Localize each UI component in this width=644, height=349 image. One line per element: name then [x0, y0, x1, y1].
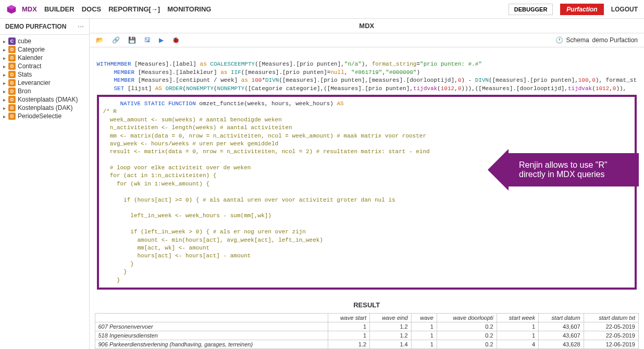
callout: Renjin allows to use "R" directly in MDX… — [488, 149, 639, 191]
sidebar-title: DEMO PURFACTION — [5, 23, 66, 30]
tree-badge: D — [8, 104, 16, 111]
tree-badge: D — [8, 79, 16, 86]
open-icon[interactable]: 📂 — [96, 36, 104, 44]
save-as-icon[interactable]: 🖫 — [144, 36, 151, 44]
tree-label: Categorie — [18, 46, 45, 53]
col-header — [95, 313, 328, 322]
callout-line2: directly in MDX queries — [519, 170, 628, 179]
tree-label: Contract — [18, 63, 41, 70]
col-header: start datum txt — [584, 313, 638, 322]
tree-badge: D — [8, 96, 16, 103]
brand-button[interactable]: Purfaction — [560, 4, 603, 15]
tree-label: Kostenplaats (DMAK) — [18, 96, 78, 103]
callout-line1: Renjin allows to use "R" — [519, 160, 628, 170]
caret-icon: ▸ — [3, 105, 8, 111]
caret-icon: ▸ — [3, 39, 8, 44]
tree-badge: D — [8, 88, 16, 95]
nav-reporting[→][interactable]: REPORTING[→] — [108, 5, 160, 13]
clock-icon: 🕐 — [555, 36, 563, 44]
caret-icon: ▸ — [3, 72, 8, 78]
tree-label: Kostenplaats (DAK) — [18, 104, 72, 111]
tree-badge: D — [8, 63, 16, 70]
tree-badge: D — [8, 113, 16, 120]
tree-item[interactable]: ▸DKostenplaats (DMAK) — [0, 95, 89, 104]
tree-label: Bron — [18, 88, 31, 95]
tree-badge: D — [8, 54, 16, 61]
table-row[interactable]: 906 Parkeerdienstverlening (handhaving, … — [95, 340, 639, 348]
table-row[interactable]: 607 Personenvervoer11.210.2143,60722-05-… — [95, 322, 639, 331]
tree-item[interactable]: ▸Ccube — [0, 37, 89, 45]
caret-icon: ▸ — [3, 55, 8, 61]
logout-link[interactable]: LOGOUT — [611, 6, 638, 13]
caret-icon: ▸ — [3, 80, 8, 86]
result-table: wave startwave eindwavewave doorlooptist… — [95, 313, 639, 349]
tree-badge: D — [8, 71, 16, 78]
col-header: start week — [497, 313, 538, 322]
tree-item[interactable]: ▸DKostenplaats (DAK) — [0, 104, 89, 112]
col-header: start datum — [539, 313, 584, 322]
tree-item[interactable]: ▸DStats — [0, 70, 89, 79]
sidebar-menu-icon[interactable]: ⋯ — [78, 23, 84, 30]
tree-item[interactable]: ▸DCategorie — [0, 45, 89, 54]
caret-icon: ▸ — [3, 47, 8, 53]
caret-icon: ▸ — [3, 64, 8, 69]
mdx-section-title: MDX — [90, 19, 645, 33]
col-header: wave start — [328, 313, 369, 322]
tree-item[interactable]: ▸DKalender — [0, 54, 89, 62]
nav-builder[interactable]: BUILDER — [44, 5, 75, 13]
tree-label: cube — [18, 38, 31, 45]
tree-label: Leverancier — [18, 79, 51, 86]
col-header: wave — [411, 313, 437, 322]
caret-icon: ▸ — [3, 114, 8, 119]
nav-mdx[interactable]: MDX — [22, 5, 37, 13]
debug-icon[interactable]: 🐞 — [172, 36, 180, 44]
save-icon[interactable]: 💾 — [128, 36, 136, 44]
schema-value[interactable]: demo Purfaction — [592, 36, 638, 44]
tree-item[interactable]: ▸DLeverancier — [0, 79, 89, 87]
tree-label: Stats — [18, 71, 32, 78]
table-row[interactable]: 518 Ingenieursdiensten11.210.2143,60722-… — [95, 331, 639, 340]
col-header: wave doorloopti — [437, 313, 497, 322]
tree-item[interactable]: ▸DContract — [0, 62, 89, 70]
caret-icon: ▸ — [3, 89, 8, 94]
app-logo — [6, 4, 17, 15]
col-header: wave eind — [370, 313, 412, 322]
tree-label: Kalender — [18, 54, 43, 61]
nav-docs[interactable]: DOCS — [82, 5, 102, 13]
tree-badge: D — [8, 46, 16, 53]
tree-item[interactable]: ▸DBron — [0, 87, 89, 95]
run-icon[interactable]: ▶ — [159, 36, 164, 44]
result-section-title: RESULT — [90, 297, 645, 313]
debugger-button[interactable]: DEBUGGER — [509, 4, 553, 15]
tree-badge: C — [8, 38, 16, 45]
schema-label: Schema — [566, 36, 589, 44]
nav-monitoring[interactable]: MONITORING — [167, 5, 211, 13]
link-icon[interactable]: 🔗 — [112, 36, 120, 44]
tree-item[interactable]: ▸DPeriodeSelectie — [0, 112, 89, 120]
caret-icon: ▸ — [3, 97, 8, 103]
tree-label: PeriodeSelectie — [18, 113, 61, 120]
